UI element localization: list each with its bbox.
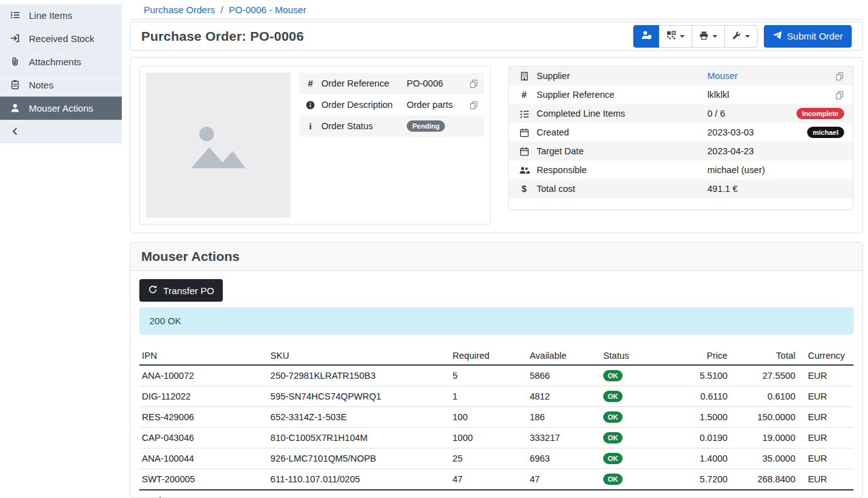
detail-row-total-cost: $ Total cost 491.1 € — [509, 179, 853, 198]
cell-status: OK — [601, 469, 671, 490]
sidebar-item-attachments[interactable]: Attachments — [0, 50, 122, 73]
dollar-icon: $ — [518, 184, 530, 194]
caret-down-icon — [712, 35, 717, 40]
cell-currency: EUR — [798, 365, 854, 386]
detail-row-completed-line-items: Completed Line Items 0 / 6 Incomplete — [509, 104, 853, 123]
detail-label: Supplier — [537, 71, 707, 81]
cell-ipn: RES-429006 — [139, 407, 268, 428]
calendar-icon — [518, 128, 530, 137]
cell-status: OK — [601, 448, 671, 469]
sidebar-collapse-button[interactable] — [0, 120, 122, 143]
cell-available: 4812 — [527, 386, 601, 407]
sidebar-item-label: Mouser Actions — [29, 103, 94, 114]
cell-available: 5866 — [527, 365, 601, 386]
cell-required: 47 — [450, 469, 527, 490]
copy-icon[interactable] — [835, 90, 844, 100]
cell-available: 6963 — [527, 448, 601, 469]
detail-value: lklklkl — [707, 90, 835, 100]
hash-icon: # — [305, 78, 316, 88]
detail-label: Order Reference — [321, 78, 407, 88]
note-icon — [9, 80, 21, 90]
page-title: Purchase Order: PO-0006 — [141, 29, 304, 44]
status-alert: 200 OK — [139, 307, 854, 334]
detail-label: Created — [537, 127, 707, 137]
cell-currency: EUR — [798, 386, 854, 407]
column-header-price: Price — [671, 347, 730, 365]
order-options-button[interactable] — [724, 25, 758, 48]
cell-total: 268.8400 — [730, 469, 798, 490]
ok-badge: OK — [603, 411, 623, 423]
paper-plane-icon — [773, 31, 782, 42]
detail-value: 0 / 6 — [707, 109, 796, 119]
list-check-icon — [518, 109, 530, 119]
copy-icon[interactable] — [469, 79, 478, 88]
cell-currency: EUR — [798, 407, 854, 428]
submit-order-button[interactable]: Submit Order — [764, 25, 852, 48]
order-summary-card: # Order Reference PO-0006 Order Descript… — [139, 66, 491, 225]
detail-value: 491.1 € — [707, 184, 844, 194]
ok-badge: OK — [603, 474, 623, 485]
cell-price: 5.5100 — [671, 365, 730, 386]
detail-label: Order Description — [321, 100, 407, 110]
printer-icon — [699, 31, 709, 42]
supplier-link[interactable]: Mouser — [707, 71, 737, 81]
table-footer-row: Total 501.0000 — [139, 490, 854, 497]
main-content: Purchase Orders / PO-0006 - Mouser Purch… — [122, 0, 868, 498]
table-row: DIG-112022 595-SN74HCS74QPWRQ1 1 4812 OK… — [139, 386, 854, 407]
sidebar-item-label: Line Items — [29, 10, 72, 21]
column-header-total: Total — [730, 347, 798, 365]
list-icon — [9, 10, 21, 20]
table-row: CAP-043046 810-C1005X7R1H104M 1000 33321… — [139, 428, 854, 448]
submit-order-label: Submit Order — [787, 31, 843, 41]
cell-required: 5 — [450, 365, 527, 386]
page-header: Purchase Order: PO-0006 — [130, 21, 863, 51]
qr-actions-button[interactable] — [659, 25, 692, 48]
copy-icon[interactable] — [835, 72, 844, 81]
sidebar-item-line-items[interactable]: Line Items — [0, 4, 122, 27]
info-circle-icon — [305, 100, 316, 110]
barcode-actions-button[interactable] — [633, 25, 660, 48]
user-shield-icon — [641, 30, 652, 42]
cell-price: 5.7200 — [671, 469, 730, 490]
detail-row-responsible: Responsible michael (user) — [509, 161, 853, 179]
copy-icon[interactable] — [469, 100, 478, 110]
image-icon — [180, 106, 257, 184]
panel-title: Mouser Actions — [141, 249, 240, 264]
table-row: SWT-200005 611-110.107.011/0205 47 47 OK… — [139, 469, 854, 490]
sidebar-item-notes[interactable]: Notes — [0, 73, 122, 97]
breadcrumb-link-current-order[interactable]: PO-0006 - Mouser — [229, 4, 306, 15]
cell-price: 0.0190 — [671, 428, 730, 448]
cell-required: 100 — [450, 407, 527, 428]
sidebar-item-received-stock[interactable]: Received Stock — [0, 27, 122, 50]
cell-ipn: ANA-100072 — [139, 365, 268, 386]
cell-price: 1.5000 — [671, 407, 730, 428]
cell-ipn: DIG-112022 — [139, 386, 268, 407]
mouser-actions-panel: Mouser Actions Transfer PO 200 OK IPN SK… — [130, 242, 863, 498]
transfer-po-button[interactable]: Transfer PO — [139, 279, 223, 302]
sidebar-item-mouser-actions[interactable]: Mouser Actions — [0, 97, 122, 120]
table-row: RES-429006 652-3314Z-1-503E 100 186 OK 1… — [139, 407, 854, 428]
detail-value: michael (user) — [707, 165, 844, 175]
detail-row-supplier: Supplier Mouser — [509, 66, 853, 85]
footer-spacer — [268, 490, 730, 497]
cell-sku: 611-110.107.011/0205 — [268, 469, 450, 490]
cell-total: 150.0000 — [730, 407, 798, 428]
cell-price: 0.6110 — [671, 386, 730, 407]
breadcrumb-link-purchase-orders[interactable]: Purchase Orders — [144, 4, 215, 15]
detail-row-order-status: i Order Status Pending — [299, 115, 484, 137]
cell-total: 35.0000 — [730, 448, 798, 469]
print-actions-button[interactable] — [692, 25, 725, 48]
panel-body: Transfer PO 200 OK IPN SKU Required Avai… — [131, 271, 862, 497]
wrench-icon — [732, 31, 741, 42]
detail-row-order-description: Order Description Order parts — [299, 94, 484, 115]
cell-currency: EUR — [798, 448, 854, 469]
cell-total: 27.5500 — [730, 365, 798, 386]
column-header-required: Required — [450, 347, 527, 365]
user-icon — [9, 103, 21, 113]
column-header-status: Status — [601, 347, 671, 365]
detail-label: Completed Line Items — [537, 109, 707, 119]
order-image-placeholder[interactable] — [146, 73, 291, 218]
breadcrumb: Purchase Orders / PO-0006 - Mouser — [130, 0, 863, 19]
table-row: ANA-100072 250-72981KLRATR150B3 5 5866 O… — [139, 365, 854, 386]
sidebar: Line Items Received Stock Attachments No… — [0, 0, 122, 498]
